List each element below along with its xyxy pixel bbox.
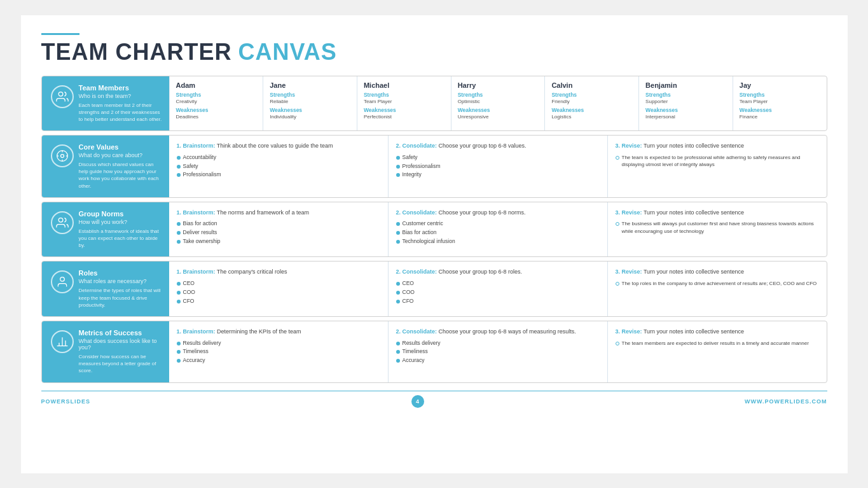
revise-text: The business will always put customer fi… — [622, 220, 819, 234]
member-col-3: Harry Strengths Optimistic Weaknesses Un… — [451, 76, 545, 131]
bullet-text-2: CFO — [183, 298, 195, 305]
group-norms-col-0-list: Bias for action Deliver results Take own… — [177, 220, 380, 246]
bullet-dot — [396, 222, 400, 226]
revise-text: The top roles in the company to drive ac… — [622, 280, 817, 287]
roles-col-1-header-bold: 2. Consolidate: — [396, 268, 437, 275]
roles-col-2-revise: The top roles in the company to drive ac… — [616, 280, 819, 287]
bullet-text-0: Customer centric — [403, 220, 443, 228]
core-values-col-1-item-1: Professionalism — [396, 163, 600, 171]
metrics-col-1-header-bold: 2. Consolidate: — [396, 328, 437, 335]
member-strength-3: Optimistic — [458, 99, 539, 104]
metrics-col-1-item-2: Accuracy — [396, 357, 600, 365]
core-values-col-2-header: 3. Revise: Turn your notes into collecti… — [616, 142, 819, 150]
roles-left-text: Roles What roles are necessary? Determin… — [79, 269, 163, 309]
group-norms-right: 1. Brainstorm: The norms and framework o… — [169, 202, 827, 257]
member-name-3: Harry — [458, 81, 539, 89]
metrics-col-0-list: Results delivery Timeliness Accuracy — [177, 340, 380, 365]
group-norms-col-2-header-bold: 3. Revise: — [616, 209, 642, 216]
bullet-text-1: Bias for action — [403, 229, 437, 237]
bullet-dot — [396, 350, 400, 354]
bullet-dot — [396, 342, 400, 345]
core-values-col-2: 3. Revise: Turn your notes into collecti… — [607, 136, 827, 197]
svg-point-2 — [60, 155, 64, 158]
member-col-5: Benjamin Strengths Supporter Weaknesses … — [638, 76, 733, 131]
member-strength-1: Reliable — [270, 99, 350, 104]
bullet-dot — [177, 282, 181, 286]
bullet-dot — [177, 300, 181, 303]
member-col-6: Jay Strengths Team Player Weaknesses Fin… — [733, 76, 827, 131]
metrics-icon — [51, 330, 74, 353]
member-name-2: Michael — [364, 81, 444, 89]
metrics-col-0-item-0: Results delivery — [177, 340, 380, 347]
roles-icon — [51, 270, 74, 293]
member-col-2: Michael Strengths Team Player Weaknesses… — [357, 76, 451, 131]
metrics-right: 1. Brainstorm: Determining the KPIs of t… — [169, 321, 827, 382]
core-values-col-1: 2. Consolidate: Choose your group top 6-… — [388, 136, 607, 197]
bullet-text-1: COO — [403, 289, 415, 296]
member-strength-5: Supporter — [645, 99, 726, 104]
member-weakness-label-6: Weaknesses — [740, 107, 820, 113]
revise-text: The team members are expected to deliver… — [622, 340, 809, 347]
roles-col-0-item-2: CFO — [177, 298, 380, 305]
group-norms-col-1: 2. Consolidate: Choose your group top 6-… — [388, 202, 607, 257]
revise-text: The team is expected to be professional … — [622, 154, 819, 168]
roles-col-0-list: CEO COO CFO — [177, 280, 380, 305]
bullet-text-2: Technological infusion — [403, 238, 455, 246]
member-weakness-3: Unresponsive — [458, 114, 539, 120]
row-left-team-members: Team Members Who is on the team? Each te… — [42, 76, 169, 131]
roles-col-1: 2. Consolidate: Choose your group top 6-… — [388, 261, 607, 316]
bullet-text-2: Integrity — [403, 171, 422, 179]
roles-col-0-item-0: CEO — [177, 280, 380, 288]
roles-title: Roles — [79, 269, 163, 277]
bullet-text-1: Professionalism — [403, 163, 441, 171]
member-name-5: Benjamin — [645, 81, 726, 89]
roles-desc: Determine the types of roles that will k… — [79, 287, 163, 309]
bullet-dot — [177, 350, 181, 354]
team-members-icon — [51, 85, 74, 108]
bullet-dot — [177, 156, 181, 160]
metrics-col-1-list: Results delivery Timeliness Accuracy — [396, 340, 600, 365]
svg-point-8 — [60, 277, 64, 282]
row-left-metrics: Metrics of Success What does success loo… — [42, 321, 169, 382]
member-strength-label-1: Strengths — [270, 92, 350, 98]
core-values-col-1-header-normal: Choose your group top 6-8 values. — [439, 143, 527, 149]
bullet-text-0: Results delivery — [183, 340, 221, 347]
core-values-col-0-header-bold: 1. Brainstorm: — [177, 143, 216, 149]
core-values-col-0: 1. Brainstorm: Think about the core valu… — [169, 136, 388, 197]
bullet-dot — [177, 240, 181, 244]
group-norms-col-0-header-normal: The norms and framework of a team — [217, 209, 309, 216]
group-norms-desc: Establish a framework of ideals that you… — [79, 228, 163, 249]
core-values-col-1-header-bold: 2. Consolidate: — [396, 143, 437, 149]
team-members-subtitle: Who is on the team? — [79, 93, 163, 99]
core-values-col-1-item-0: Safety — [396, 154, 600, 162]
roles-col-0: 1. Brainstorm: The company's critical ro… — [169, 261, 388, 316]
member-strength-6: Team Player — [740, 99, 820, 104]
metrics-col-2: 3. Revise: Turn your notes into collecti… — [607, 321, 827, 382]
metrics-col-1-header: 2. Consolidate: Choose your group top 6-… — [396, 328, 600, 336]
group-norms-col-2-header-normal: Turn your notes into collective sentence — [644, 209, 744, 216]
roles-col-0-header-bold: 1. Brainstorm: — [177, 268, 216, 275]
member-weakness-0: Deadlines — [176, 114, 257, 120]
bullet-text-2: Accuracy — [183, 357, 205, 365]
member-col-1: Jane Strengths Reliable Weaknesses Indiv… — [263, 76, 357, 131]
bullet-text-0: Results delivery — [403, 340, 441, 347]
group-norms-col-1-item-2: Technological infusion — [396, 238, 600, 246]
core-values-right: 1. Brainstorm: Think about the core valu… — [169, 136, 827, 197]
content-area: Team Members Who is on the team? Each te… — [41, 76, 827, 383]
metrics-col-2-header-bold: 3. Revise: — [616, 328, 642, 335]
footer-brand-blue: SLIDES — [66, 398, 91, 405]
member-weakness-label-2: Weaknesses — [364, 107, 444, 113]
member-strength-label-0: Strengths — [176, 92, 257, 98]
core-values-col-0-list: Accountability Safety Professionalism — [177, 154, 380, 179]
bullet-dot — [396, 173, 400, 177]
bullet-text-0: CEO — [403, 280, 414, 288]
group-norms-col-0-item-2: Take ownership — [177, 238, 380, 246]
group-norms-col-1-list: Customer centric Bias for action Technol… — [396, 220, 600, 246]
footer-brand-dark: POWER — [41, 398, 66, 405]
member-weakness-label-4: Weaknesses — [551, 107, 632, 113]
member-weakness-2: Perfectionist — [364, 114, 444, 120]
bullet-text-0: Bias for action — [183, 220, 217, 228]
bullet-dot — [396, 231, 400, 235]
row-roles: Roles What roles are necessary? Determin… — [41, 261, 827, 317]
bullet-dot — [396, 156, 400, 160]
